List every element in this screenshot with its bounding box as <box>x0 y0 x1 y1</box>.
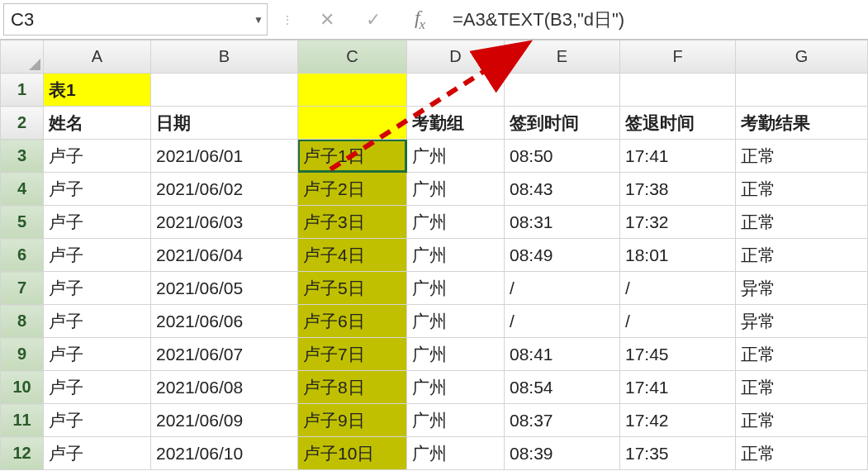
cell[interactable]: 2021/06/07 <box>151 338 298 371</box>
cancel-button[interactable]: ✕ <box>304 0 350 39</box>
row-header[interactable]: 10 <box>1 371 44 404</box>
cell[interactable]: 卢子 <box>44 140 151 173</box>
cell[interactable]: 卢子 <box>44 206 151 239</box>
cell[interactable]: 08:50 <box>505 140 620 173</box>
cell[interactable] <box>736 74 868 107</box>
cell[interactable]: 卢子 <box>44 239 151 272</box>
row-header[interactable]: 3 <box>1 140 44 173</box>
cell[interactable]: 17:41 <box>620 371 736 404</box>
cell[interactable]: 正常 <box>736 371 868 404</box>
cell[interactable]: 17:45 <box>620 338 736 371</box>
cell[interactable] <box>620 74 736 107</box>
cell[interactable]: 广州 <box>407 206 505 239</box>
cell[interactable]: 08:41 <box>505 338 620 371</box>
cell[interactable]: 异常 <box>736 305 868 338</box>
row-header[interactable]: 12 <box>1 437 44 470</box>
enter-button[interactable]: ✓ <box>350 0 396 39</box>
row-header[interactable]: 5 <box>1 206 44 239</box>
cell[interactable]: 广州 <box>407 173 505 206</box>
cell[interactable]: 考勤结果 <box>736 107 868 140</box>
row-header[interactable]: 4 <box>1 173 44 206</box>
cell[interactable]: 姓名 <box>44 107 151 140</box>
cell[interactable]: 签到时间 <box>505 107 620 140</box>
cell[interactable]: 正常 <box>736 404 868 437</box>
cell[interactable] <box>407 74 505 107</box>
row-header[interactable]: 8 <box>1 305 44 338</box>
row-header[interactable]: 11 <box>1 404 44 437</box>
row-header[interactable]: 7 <box>1 272 44 305</box>
cell[interactable]: 日期 <box>151 107 298 140</box>
cell[interactable]: 卢子2日 <box>298 173 407 206</box>
cell[interactable]: 08:37 <box>505 404 620 437</box>
cell[interactable]: 卢子1日 <box>298 140 407 173</box>
cell[interactable]: 广州 <box>407 338 505 371</box>
cell[interactable]: 广州 <box>407 305 505 338</box>
cell[interactable]: 17:38 <box>620 173 736 206</box>
column-header-C[interactable]: C <box>298 40 407 74</box>
cell[interactable]: 卢子 <box>44 272 151 305</box>
cell[interactable]: 卢子5日 <box>298 272 407 305</box>
column-header-G[interactable]: G <box>736 40 868 74</box>
column-header-B[interactable]: B <box>151 40 298 74</box>
cell[interactable]: 正常 <box>736 437 868 470</box>
cell[interactable]: 签退时间 <box>620 107 736 140</box>
cell[interactable]: 08:43 <box>505 173 620 206</box>
cell[interactable] <box>298 74 407 107</box>
cell[interactable]: 卢子 <box>44 371 151 404</box>
row-header[interactable]: 9 <box>1 338 44 371</box>
column-header-E[interactable]: E <box>505 40 620 74</box>
insert-function-button[interactable]: fx <box>396 0 443 39</box>
cell[interactable]: 卢子 <box>44 404 151 437</box>
cell[interactable]: 17:35 <box>620 437 736 470</box>
cell[interactable]: 卢子9日 <box>298 404 407 437</box>
cell[interactable]: 正常 <box>736 239 868 272</box>
name-box[interactable]: C3 ▼ <box>3 3 268 36</box>
cell[interactable]: 正常 <box>736 338 868 371</box>
row-header[interactable]: 1 <box>1 74 44 107</box>
cell[interactable]: 卢子 <box>44 338 151 371</box>
cell[interactable]: 广州 <box>407 140 505 173</box>
cell[interactable]: 2021/06/04 <box>151 239 298 272</box>
cell[interactable]: 卢子10日 <box>298 437 407 470</box>
cell[interactable]: 08:39 <box>505 437 620 470</box>
cell[interactable]: 卢子 <box>44 305 151 338</box>
cell[interactable]: 2021/06/10 <box>151 437 298 470</box>
cell[interactable]: 18:01 <box>620 239 736 272</box>
cell[interactable]: 08:31 <box>505 206 620 239</box>
name-box-dropdown-icon[interactable]: ▼ <box>254 14 263 26</box>
cell[interactable]: 正常 <box>736 140 868 173</box>
cell[interactable]: 表1 <box>44 74 151 107</box>
cell[interactable]: / <box>620 305 736 338</box>
cell[interactable]: 17:32 <box>620 206 736 239</box>
cell[interactable]: 2021/06/09 <box>151 404 298 437</box>
formula-input[interactable]: =A3&TEXT(B3,"d日") <box>443 0 868 39</box>
cell[interactable] <box>151 74 298 107</box>
cell[interactable]: 卢子3日 <box>298 206 407 239</box>
cell[interactable]: 2021/06/02 <box>151 173 298 206</box>
row-header[interactable]: 2 <box>1 107 44 140</box>
cell[interactable] <box>505 74 620 107</box>
cell[interactable]: 08:49 <box>505 239 620 272</box>
cell[interactable]: 2021/06/01 <box>151 140 298 173</box>
cell[interactable]: 17:41 <box>620 140 736 173</box>
cell[interactable]: 卢子6日 <box>298 305 407 338</box>
cell[interactable]: 广州 <box>407 437 505 470</box>
cell[interactable]: 2021/06/03 <box>151 206 298 239</box>
cell[interactable]: 异常 <box>736 272 868 305</box>
cell[interactable]: 广州 <box>407 272 505 305</box>
cell[interactable]: 考勤组 <box>407 107 505 140</box>
cell[interactable]: / <box>505 272 620 305</box>
select-all-corner[interactable] <box>1 40 44 74</box>
cell[interactable]: 广州 <box>407 371 505 404</box>
cell[interactable] <box>298 107 407 140</box>
spreadsheet-grid[interactable]: ABCDEFG 1表12姓名日期考勤组签到时间签退时间考勤结果3卢子2021/0… <box>0 40 868 471</box>
cell[interactable]: 卢子8日 <box>298 371 407 404</box>
cell[interactable]: / <box>505 305 620 338</box>
cell[interactable]: 卢子7日 <box>298 338 407 371</box>
cell[interactable]: 2021/06/06 <box>151 305 298 338</box>
cell[interactable]: 正常 <box>736 206 868 239</box>
column-header-D[interactable]: D <box>407 40 505 74</box>
cell[interactable]: 正常 <box>736 173 868 206</box>
cell[interactable]: / <box>620 272 736 305</box>
cell[interactable]: 17:42 <box>620 404 736 437</box>
